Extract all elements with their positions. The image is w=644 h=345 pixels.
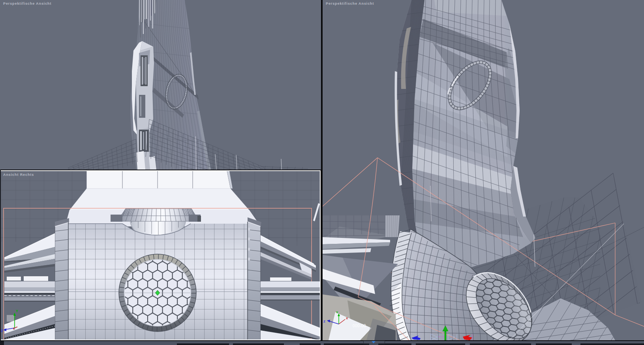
svg-text:Y: Y	[336, 311, 338, 314]
svg-text:Z: Z	[1, 329, 3, 333]
svg-text:X: X	[346, 317, 348, 320]
svg-text:x: x	[13, 326, 15, 330]
svg-text:000-00: 000-00	[353, 324, 366, 328]
svg-text:Z: Z	[323, 320, 325, 323]
svg-text:Y: Y	[16, 309, 18, 313]
